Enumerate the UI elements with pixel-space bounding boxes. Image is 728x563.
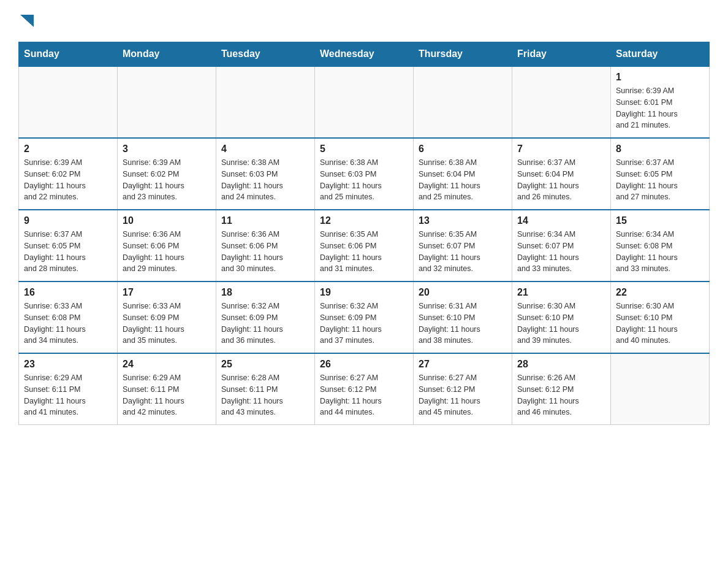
calendar-day-cell: 2Sunrise: 6:39 AMSunset: 6:02 PMDaylight… <box>19 138 118 210</box>
day-info: Sunrise: 6:38 AMSunset: 6:03 PMDaylight:… <box>221 157 309 203</box>
day-of-week-header: Thursday <box>414 42 512 67</box>
calendar-header: SundayMondayTuesdayWednesdayThursdayFrid… <box>19 42 710 67</box>
calendar-day-cell: 13Sunrise: 6:35 AMSunset: 6:07 PMDayligh… <box>414 210 512 282</box>
calendar-day-cell: 1Sunrise: 6:39 AMSunset: 6:01 PMDaylight… <box>611 66 710 138</box>
day-number: 25 <box>221 359 309 370</box>
day-number: 27 <box>419 359 507 370</box>
day-number: 4 <box>221 144 309 155</box>
calendar-day-cell: 7Sunrise: 6:37 AMSunset: 6:04 PMDaylight… <box>512 138 611 210</box>
calendar-table: SundayMondayTuesdayWednesdayThursdayFrid… <box>18 42 710 425</box>
day-number: 21 <box>517 287 605 298</box>
calendar-day-cell: 21Sunrise: 6:30 AMSunset: 6:10 PMDayligh… <box>512 282 611 353</box>
logo-arrow-icon <box>20 15 34 27</box>
day-number: 1 <box>616 72 704 83</box>
calendar-day-cell: 18Sunrise: 6:32 AMSunset: 6:09 PMDayligh… <box>216 282 315 353</box>
day-info: Sunrise: 6:30 AMSunset: 6:10 PMDaylight:… <box>616 301 704 347</box>
day-number: 14 <box>517 215 605 226</box>
calendar-day-cell: 19Sunrise: 6:32 AMSunset: 6:09 PMDayligh… <box>315 282 414 353</box>
day-info: Sunrise: 6:31 AMSunset: 6:10 PMDaylight:… <box>419 301 507 347</box>
calendar-day-cell <box>414 66 512 138</box>
day-of-week-header: Wednesday <box>315 42 414 67</box>
day-number: 2 <box>24 144 112 155</box>
day-info: Sunrise: 6:30 AMSunset: 6:10 PMDaylight:… <box>517 301 605 347</box>
day-info: Sunrise: 6:39 AMSunset: 6:01 PMDaylight:… <box>616 85 704 131</box>
calendar-week-row: 16Sunrise: 6:33 AMSunset: 6:08 PMDayligh… <box>19 282 710 353</box>
calendar-day-cell <box>118 66 216 138</box>
day-info: Sunrise: 6:37 AMSunset: 6:04 PMDaylight:… <box>517 157 605 203</box>
calendar-day-cell: 9Sunrise: 6:37 AMSunset: 6:05 PMDaylight… <box>19 210 118 282</box>
day-of-week-header: Saturday <box>611 42 710 67</box>
calendar-day-cell: 22Sunrise: 6:30 AMSunset: 6:10 PMDayligh… <box>611 282 710 353</box>
day-info: Sunrise: 6:27 AMSunset: 6:12 PMDaylight:… <box>320 372 408 418</box>
calendar-day-cell: 8Sunrise: 6:37 AMSunset: 6:05 PMDaylight… <box>611 138 710 210</box>
calendar-week-row: 1Sunrise: 6:39 AMSunset: 6:01 PMDaylight… <box>19 66 710 138</box>
day-info: Sunrise: 6:37 AMSunset: 6:05 PMDaylight:… <box>616 157 704 203</box>
day-number: 5 <box>320 144 408 155</box>
day-info: Sunrise: 6:39 AMSunset: 6:02 PMDaylight:… <box>24 157 112 203</box>
day-number: 19 <box>320 287 408 298</box>
logo <box>18 12 34 29</box>
calendar-day-cell <box>611 353 710 425</box>
day-number: 12 <box>320 215 408 226</box>
day-info: Sunrise: 6:34 AMSunset: 6:07 PMDaylight:… <box>517 229 605 275</box>
day-info: Sunrise: 6:26 AMSunset: 6:12 PMDaylight:… <box>517 372 605 418</box>
day-info: Sunrise: 6:37 AMSunset: 6:05 PMDaylight:… <box>24 229 112 275</box>
day-number: 23 <box>24 359 112 370</box>
day-info: Sunrise: 6:27 AMSunset: 6:12 PMDaylight:… <box>419 372 507 418</box>
calendar-week-row: 2Sunrise: 6:39 AMSunset: 6:02 PMDaylight… <box>19 138 710 210</box>
day-number: 9 <box>24 215 112 226</box>
day-of-week-header: Friday <box>512 42 611 67</box>
day-number: 16 <box>24 287 112 298</box>
day-number: 8 <box>616 144 704 155</box>
day-number: 3 <box>123 144 211 155</box>
day-info: Sunrise: 6:38 AMSunset: 6:03 PMDaylight:… <box>320 157 408 203</box>
day-of-week-header: Sunday <box>19 42 118 67</box>
calendar-body: 1Sunrise: 6:39 AMSunset: 6:01 PMDaylight… <box>19 66 710 425</box>
calendar-day-cell: 27Sunrise: 6:27 AMSunset: 6:12 PMDayligh… <box>414 353 512 425</box>
calendar-day-cell: 24Sunrise: 6:29 AMSunset: 6:11 PMDayligh… <box>118 353 216 425</box>
day-number: 11 <box>221 215 309 226</box>
day-info: Sunrise: 6:33 AMSunset: 6:08 PMDaylight:… <box>24 301 112 347</box>
day-number: 15 <box>616 215 704 226</box>
day-number: 18 <box>221 287 309 298</box>
day-info: Sunrise: 6:33 AMSunset: 6:09 PMDaylight:… <box>123 301 211 347</box>
calendar-day-cell: 11Sunrise: 6:36 AMSunset: 6:06 PMDayligh… <box>216 210 315 282</box>
calendar-day-cell: 20Sunrise: 6:31 AMSunset: 6:10 PMDayligh… <box>414 282 512 353</box>
day-info: Sunrise: 6:36 AMSunset: 6:06 PMDaylight:… <box>221 229 309 275</box>
day-info: Sunrise: 6:29 AMSunset: 6:11 PMDaylight:… <box>123 372 211 418</box>
day-number: 22 <box>616 287 704 298</box>
day-number: 17 <box>123 287 211 298</box>
calendar-day-cell: 15Sunrise: 6:34 AMSunset: 6:08 PMDayligh… <box>611 210 710 282</box>
calendar-day-cell: 10Sunrise: 6:36 AMSunset: 6:06 PMDayligh… <box>118 210 216 282</box>
calendar-day-cell: 16Sunrise: 6:33 AMSunset: 6:08 PMDayligh… <box>19 282 118 353</box>
svg-marker-0 <box>20 15 34 27</box>
calendar-day-cell <box>216 66 315 138</box>
calendar-week-row: 9Sunrise: 6:37 AMSunset: 6:05 PMDaylight… <box>19 210 710 282</box>
day-info: Sunrise: 6:35 AMSunset: 6:06 PMDaylight:… <box>320 229 408 275</box>
day-info: Sunrise: 6:28 AMSunset: 6:11 PMDaylight:… <box>221 372 309 418</box>
day-info: Sunrise: 6:32 AMSunset: 6:09 PMDaylight:… <box>320 301 408 347</box>
day-info: Sunrise: 6:34 AMSunset: 6:08 PMDaylight:… <box>616 229 704 275</box>
day-info: Sunrise: 6:32 AMSunset: 6:09 PMDaylight:… <box>221 301 309 347</box>
calendar-day-cell: 28Sunrise: 6:26 AMSunset: 6:12 PMDayligh… <box>512 353 611 425</box>
day-number: 20 <box>419 287 507 298</box>
page-header <box>18 12 710 29</box>
calendar-day-cell <box>512 66 611 138</box>
calendar-day-cell <box>19 66 118 138</box>
day-number: 24 <box>123 359 211 370</box>
day-of-week-header: Tuesday <box>216 42 315 67</box>
day-number: 13 <box>419 215 507 226</box>
calendar-day-cell: 3Sunrise: 6:39 AMSunset: 6:02 PMDaylight… <box>118 138 216 210</box>
calendar-day-cell <box>315 66 414 138</box>
calendar-day-cell: 4Sunrise: 6:38 AMSunset: 6:03 PMDaylight… <box>216 138 315 210</box>
calendar-day-cell: 14Sunrise: 6:34 AMSunset: 6:07 PMDayligh… <box>512 210 611 282</box>
day-number: 10 <box>123 215 211 226</box>
day-info: Sunrise: 6:29 AMSunset: 6:11 PMDaylight:… <box>24 372 112 418</box>
calendar-day-cell: 6Sunrise: 6:38 AMSunset: 6:04 PMDaylight… <box>414 138 512 210</box>
calendar-day-cell: 25Sunrise: 6:28 AMSunset: 6:11 PMDayligh… <box>216 353 315 425</box>
days-of-week-row: SundayMondayTuesdayWednesdayThursdayFrid… <box>19 42 710 67</box>
calendar-day-cell: 12Sunrise: 6:35 AMSunset: 6:06 PMDayligh… <box>315 210 414 282</box>
calendar-day-cell: 5Sunrise: 6:38 AMSunset: 6:03 PMDaylight… <box>315 138 414 210</box>
day-info: Sunrise: 6:35 AMSunset: 6:07 PMDaylight:… <box>419 229 507 275</box>
calendar-day-cell: 17Sunrise: 6:33 AMSunset: 6:09 PMDayligh… <box>118 282 216 353</box>
